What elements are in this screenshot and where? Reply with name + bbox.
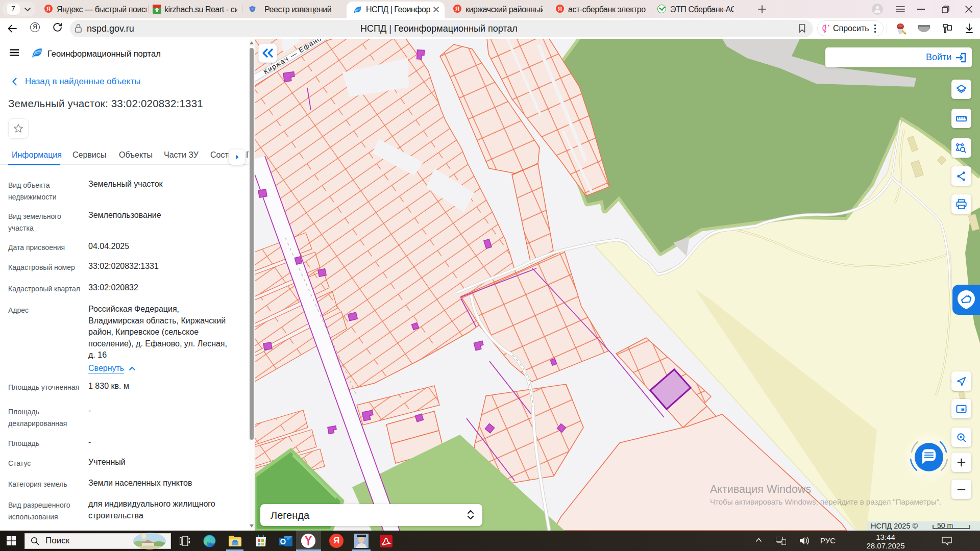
svg-text:?: ? [824,26,827,31]
